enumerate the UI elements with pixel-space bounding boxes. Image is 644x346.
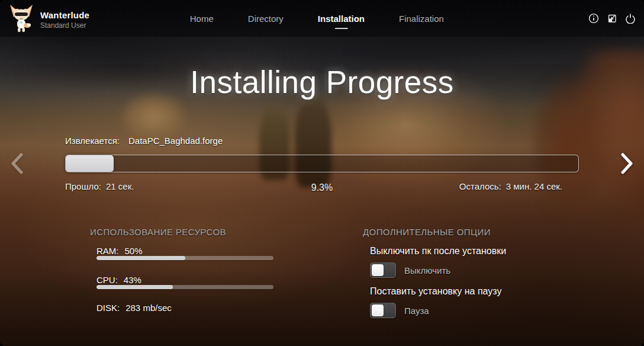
pause-toggle[interactable] [370, 303, 396, 318]
extraction-file-name: DataPC_Baghdad.forge [128, 136, 223, 146]
remaining-label: Осталось: [459, 181, 501, 191]
shutdown-option-heading: Выключить пк после установки [370, 246, 506, 257]
window-controls [588, 0, 636, 37]
additional-options-title: ДОПОЛНИТЕЛЬНЫЕ ОПЦИИ [363, 227, 576, 237]
header-bar: Wanterlude Standard User Home Directory … [0, 0, 644, 37]
tab-finalization[interactable]: Finalization [398, 11, 445, 26]
cpu-value: 43% [124, 275, 141, 285]
disk-label: DISK: [96, 303, 120, 313]
shutdown-toggle-knob [372, 264, 384, 276]
install-progress-bar [65, 155, 579, 172]
installer-window: Wanterlude Standard User Home Directory … [0, 0, 644, 346]
cpu-usage-fill [96, 285, 173, 289]
main-nav: Home Directory Installation Finalization [189, 0, 445, 37]
previous-page-chevron-icon[interactable] [7, 150, 27, 177]
user-role-label: Standard User [40, 21, 89, 30]
app-title: Wanterlude [40, 10, 89, 20]
pause-toggle-label: Пауза [404, 306, 429, 316]
brand-text: Wanterlude Standard User [40, 10, 89, 30]
tab-installation[interactable]: Installation [317, 11, 366, 26]
ram-value: 50% [125, 246, 143, 256]
cpu-usage-label: CPU: 43% [96, 275, 141, 285]
ram-usage-bar [96, 256, 273, 260]
resource-usage-section: ИСПОЛЬЗОВАНИЕ РЕСУРСОВ RAM: 50% CPU: 43%… [90, 227, 279, 237]
disk-value: 283 mb/sec [125, 303, 172, 313]
brand: Wanterlude Standard User [8, 4, 89, 35]
additional-options-section: ДОПОЛНИТЕЛЬНЫЕ ОПЦИИ Выключить пк после … [363, 227, 576, 237]
shutdown-toggle[interactable] [370, 262, 396, 278]
extraction-action-label: Извлекается: [65, 136, 120, 146]
install-progress-fill [66, 155, 114, 172]
next-page-chevron-icon[interactable] [617, 150, 637, 177]
page-title: Installing Progress [0, 64, 644, 100]
cpu-usage-bar [96, 285, 273, 289]
background-vignette [0, 0, 644, 346]
shutdown-toggle-row: Выключить [370, 262, 450, 278]
resource-usage-title: ИСПОЛЬЗОВАНИЕ РЕСУРСОВ [90, 227, 279, 237]
tab-directory[interactable]: Directory [247, 11, 285, 26]
pause-toggle-row: Пауза [370, 303, 429, 318]
cpu-label: CPU: [96, 275, 118, 285]
ram-usage-fill [96, 256, 185, 260]
ram-label: RAM: [96, 246, 119, 256]
restore-down-icon[interactable] [607, 13, 617, 24]
remaining-time: Осталось: 3 мин. 24 сек. [459, 181, 562, 191]
shutdown-toggle-label: Выключить [404, 265, 450, 275]
ram-usage-label: RAM: 50% [96, 246, 143, 256]
tab-home[interactable]: Home [189, 11, 215, 26]
pause-option-heading: Поставить установку на паузу [370, 286, 501, 297]
info-icon[interactable] [588, 13, 599, 24]
power-icon[interactable] [625, 13, 636, 24]
extraction-status: Извлекается: DataPC_Baghdad.forge [65, 136, 223, 146]
fennec-logo-icon [8, 4, 34, 35]
disk-speed-label: DISK: 283 mb/sec [96, 303, 172, 313]
remaining-value: 3 мин. 24 сек. [506, 181, 562, 191]
pause-toggle-knob [372, 305, 384, 316]
